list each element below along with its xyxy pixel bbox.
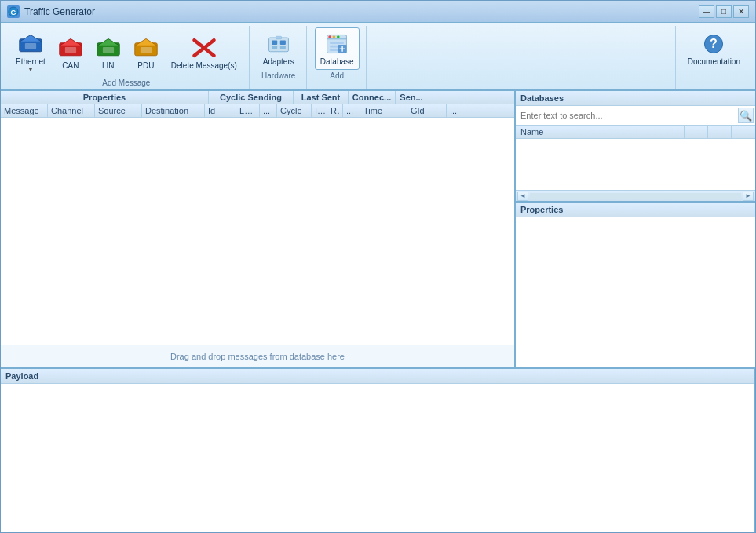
col-gid[interactable]: GId (407, 104, 447, 117)
db-scroll-left-button[interactable]: ◄ (517, 192, 528, 201)
db-col-3[interactable] (732, 126, 755, 138)
right-properties-body[interactable] (516, 217, 755, 367)
table-group-headers: Properties Cyclic Sending Last Sent Conn… (1, 91, 514, 104)
svg-rect-4 (25, 43, 36, 49)
close-button[interactable]: ✕ (733, 5, 749, 18)
svg-rect-7 (65, 47, 76, 53)
minimize-button[interactable]: — (699, 5, 714, 18)
col-message[interactable]: Message (1, 104, 48, 117)
hardware-buttons: Adapters (257, 27, 300, 70)
right-properties-section: Properties (516, 203, 755, 367)
can-icon (58, 35, 83, 60)
col-time[interactable]: Time (360, 104, 407, 117)
col-extra2[interactable]: ... (343, 104, 360, 117)
payload-body[interactable] (1, 384, 754, 532)
window-controls: — □ ✕ (699, 5, 749, 18)
database-label: Database (320, 57, 354, 66)
adapters-button[interactable]: Adapters (257, 27, 300, 70)
db-col-name[interactable]: Name (516, 126, 685, 138)
can-button[interactable]: CAN (53, 31, 89, 74)
can-label: CAN (62, 61, 79, 70)
db-body[interactable] (516, 139, 755, 190)
right-panel: Databases 🔍 Name ◄ ► (516, 91, 755, 367)
db-col-2[interactable] (708, 126, 732, 138)
documentation-button[interactable]: ? Documentation (682, 27, 746, 70)
col-channel[interactable]: Channel (48, 104, 95, 117)
add-message-buttons: Ethernet ▼ CAN (10, 27, 243, 77)
window-title: Traffic Generator (24, 6, 699, 17)
lin-label: LIN (102, 61, 115, 70)
delete-button[interactable]: Delete Message(s) (166, 31, 243, 74)
documentation-label: Documentation (688, 57, 740, 66)
table-body[interactable]: Drag and drop messages from database her… (1, 118, 514, 367)
svg-rect-13 (141, 47, 152, 53)
lin-icon (96, 35, 121, 60)
group-properties: Properties (1, 91, 209, 104)
col-length[interactable]: Le... (236, 104, 260, 117)
database-button[interactable]: Database (315, 27, 360, 70)
col-destination[interactable]: Destination (142, 104, 205, 117)
ethernet-icon (18, 31, 43, 57)
svg-marker-9 (97, 38, 119, 46)
maximize-button[interactable]: □ (716, 5, 732, 18)
svg-point-25 (333, 35, 336, 38)
toolbar-group-hardware: Adapters Hardware (251, 26, 307, 89)
payload-panel: Payload (1, 369, 755, 532)
col-i[interactable]: I... (312, 104, 327, 117)
svg-marker-6 (60, 38, 82, 46)
bottom-panels: Payload (1, 367, 755, 532)
db-scroll-track[interactable] (530, 193, 741, 199)
table-column-headers: Message Channel Source Destination Id Le… (1, 104, 514, 118)
db-col-1[interactable] (685, 126, 708, 138)
database-icon (324, 31, 349, 57)
db-scroll-right-button[interactable]: ► (743, 192, 754, 201)
svg-marker-3 (20, 35, 42, 42)
drag-drop-hint: Drag and drop messages from database her… (1, 345, 514, 367)
lin-button[interactable]: LIN (90, 31, 126, 74)
add-buttons: Database (315, 27, 360, 70)
left-panel: Properties Cyclic Sending Last Sent Conn… (1, 91, 516, 367)
group-cyclic: Cyclic Sending (209, 91, 294, 104)
main-window: G Traffic Generator — □ ✕ (0, 0, 756, 533)
svg-text:?: ? (710, 37, 718, 50)
svg-point-24 (329, 35, 332, 38)
col-extra1[interactable]: ... (260, 104, 277, 117)
svg-rect-19 (272, 46, 277, 49)
add-message-group-label: Add Message (10, 77, 243, 89)
svg-rect-28 (330, 46, 339, 48)
col-id[interactable]: Id (205, 104, 236, 117)
svg-point-26 (337, 35, 340, 38)
hardware-group-label: Hardware (257, 70, 300, 82)
delete-label: Delete Message(s) (171, 61, 237, 70)
group-connect: Connec... (349, 91, 396, 104)
right-properties-title: Properties (516, 203, 755, 217)
payload-title: Payload (1, 369, 754, 384)
search-input[interactable] (517, 109, 738, 122)
col-more[interactable]: ... (447, 104, 464, 117)
window-icon: G (7, 5, 20, 18)
col-r[interactable]: R... (327, 104, 343, 117)
ethernet-button[interactable]: Ethernet ▼ (10, 27, 51, 77)
search-button[interactable]: 🔍 (738, 108, 754, 123)
col-cycle[interactable]: Cycle (277, 104, 312, 117)
ethernet-dropdown-arrow: ▼ (27, 66, 34, 73)
pdu-button[interactable]: PDU (128, 31, 164, 74)
svg-rect-10 (103, 47, 114, 53)
group-sen: Sen... (396, 91, 427, 104)
svg-marker-12 (135, 38, 157, 46)
col-source[interactable]: Source (95, 104, 142, 117)
databases-title: Databases (516, 91, 755, 106)
svg-rect-27 (330, 42, 344, 44)
toolbar-group-add: Database Add (309, 26, 367, 89)
title-bar: G Traffic Generator — □ ✕ (1, 1, 755, 23)
main-content: Properties Cyclic Sending Last Sent Conn… (1, 91, 755, 367)
doc-buttons: ? Documentation (682, 27, 746, 70)
svg-rect-20 (280, 46, 286, 49)
databases-section: Databases 🔍 Name ◄ ► (516, 91, 755, 203)
db-scrollbar: ◄ ► (516, 190, 755, 201)
delete-icon (192, 35, 217, 60)
adapters-label: Adapters (263, 57, 294, 66)
pdu-label: PDU (137, 61, 154, 70)
search-bar: 🔍 (516, 106, 755, 126)
db-table-header: Name (516, 126, 755, 139)
